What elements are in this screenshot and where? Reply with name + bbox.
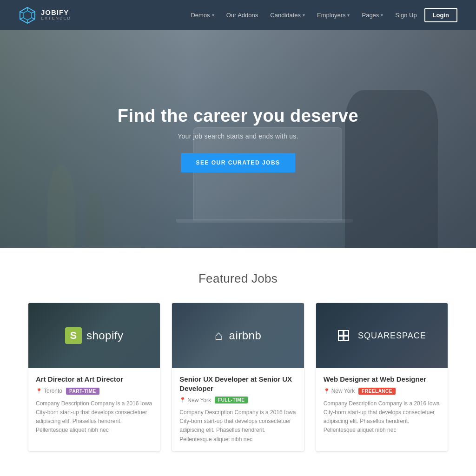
- job-location-squarespace: 📍 New York: [324, 388, 355, 394]
- svg-line-3: [32, 12, 35, 13]
- hero-subtitle: Your job search starts and ends with us.: [118, 132, 358, 140]
- logo-title: JOBIFY: [41, 9, 71, 17]
- job-card-image-airbnb: ⌂ airbnb: [172, 303, 304, 368]
- job-card-image-shopify: S shopify: [28, 303, 160, 368]
- job-description-airbnb: Company Description Company is a 2016 Io…: [179, 408, 296, 444]
- job-title-airbnb: Senior UX Developer at Senior UX Develop…: [179, 375, 296, 393]
- squarespace-name: SQUARESPACE: [358, 331, 426, 341]
- cta-button[interactable]: SEE OUR CURATED JOBS: [181, 153, 295, 172]
- job-badge-airbnb: FULL-TIME: [215, 397, 248, 403]
- airbnb-logo: ⌂ airbnb: [215, 328, 262, 343]
- chevron-down-icon: ▾: [303, 13, 305, 18]
- job-badge-squarespace: FREELANCE: [358, 388, 396, 395]
- svg-marker-1: [23, 11, 32, 20]
- job-card-body-shopify: Art Director at Art Director 📍 Toronto P…: [28, 368, 160, 442]
- squarespace-icon: [337, 330, 350, 342]
- logo-subtitle: EXTENDED: [41, 16, 71, 21]
- location-icon: 📍: [179, 397, 186, 403]
- hero-title: Find the career you deserve: [118, 106, 358, 126]
- nav-menu: Demos ▾ Our Addons Candidates ▾ Employer…: [186, 8, 457, 22]
- nav-item-candidates[interactable]: Candidates ▾: [265, 8, 310, 22]
- navbar: JOBIFY EXTENDED Demos ▾ Our Addons Candi…: [0, 0, 476, 30]
- nav-item-employers[interactable]: Employers ▾: [312, 8, 354, 22]
- shopify-logo: S shopify: [65, 327, 124, 344]
- logo-icon: [19, 6, 36, 24]
- svg-line-6: [20, 18, 23, 19]
- job-description-squarespace: Company Description Company is a 2016 Io…: [324, 399, 440, 435]
- svg-rect-8: [338, 331, 343, 335]
- job-location-shopify: 📍 Toronto: [36, 388, 62, 394]
- job-meta-airbnb: 📍 New York FULL-TIME: [179, 397, 296, 403]
- airbnb-icon: ⌂: [215, 328, 223, 343]
- nav-item-login[interactable]: Login: [424, 8, 457, 22]
- svg-rect-10: [338, 336, 343, 341]
- svg-line-7: [20, 12, 23, 13]
- job-card-airbnb[interactable]: ⌂ airbnb Senior UX Developer at Senior U…: [172, 303, 304, 452]
- chevron-down-icon: ▾: [381, 13, 383, 18]
- featured-jobs-section: Featured Jobs S shopify Art Director at …: [0, 248, 476, 470]
- nav-item-addons[interactable]: Our Addons: [222, 8, 263, 22]
- job-card-image-squarespace: SQUARESPACE: [316, 303, 448, 368]
- svg-rect-11: [344, 336, 349, 341]
- location-icon: 📍: [324, 388, 330, 394]
- jobs-grid: S shopify Art Director at Art Director 📍…: [28, 303, 448, 452]
- job-card-squarespace[interactable]: SQUARESPACE Web Designer at Web Designer…: [316, 303, 448, 452]
- nav-item-pages[interactable]: Pages ▾: [357, 8, 388, 22]
- nav-item-demos[interactable]: Demos ▾: [186, 8, 218, 22]
- location-icon: 📍: [36, 388, 42, 394]
- hero-content: Find the career you deserve Your job sea…: [118, 106, 358, 172]
- job-badge-shopify: PART-TIME: [66, 388, 99, 395]
- job-meta-squarespace: 📍 New York FREELANCE: [324, 388, 440, 395]
- svg-rect-9: [344, 331, 349, 335]
- job-title-shopify: Art Director at Art Director: [36, 375, 152, 384]
- job-card-body-airbnb: Senior UX Developer at Senior UX Develop…: [172, 368, 304, 451]
- shopify-name: shopify: [86, 329, 124, 342]
- job-meta-shopify: 📍 Toronto PART-TIME: [36, 388, 152, 395]
- job-location-airbnb: 📍 New York: [179, 397, 211, 403]
- job-title-squarespace: Web Designer at Web Designer: [324, 375, 440, 384]
- squarespace-logo: SQUARESPACE: [337, 330, 426, 342]
- shopify-icon: S: [65, 327, 82, 344]
- job-card-shopify[interactable]: S shopify Art Director at Art Director 📍…: [28, 303, 160, 452]
- svg-line-4: [32, 18, 35, 19]
- airbnb-name: airbnb: [229, 329, 262, 342]
- chevron-down-icon: ▾: [212, 13, 214, 18]
- chevron-down-icon: ▾: [347, 13, 350, 18]
- nav-item-signup[interactable]: Sign Up: [390, 8, 421, 22]
- job-card-body-squarespace: Web Designer at Web Designer 📍 New York …: [316, 368, 448, 442]
- section-title: Featured Jobs: [28, 271, 448, 286]
- job-description-shopify: Company Description Company is a 2016 Io…: [36, 399, 152, 435]
- logo[interactable]: JOBIFY EXTENDED: [19, 6, 71, 24]
- hero-section: Find the career you deserve Your job sea…: [0, 30, 476, 248]
